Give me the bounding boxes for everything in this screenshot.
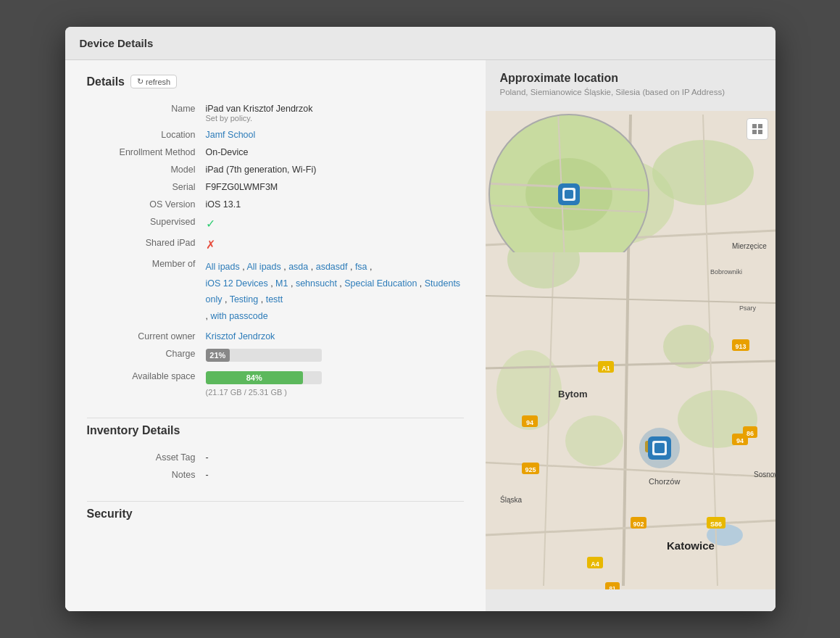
supervised-check-icon: ✓: [206, 218, 215, 230]
asset-tag-label: Asset Tag: [87, 449, 203, 466]
inventory-section: Inventory Details Asset Tag - Notes -: [87, 418, 464, 484]
os-label: OS Version: [87, 196, 203, 213]
serial-row: Serial F9FZG0LWMF3M: [87, 178, 464, 196]
inventory-title-text: Inventory Details: [87, 424, 180, 437]
svg-text:Bytom: Bytom: [558, 389, 587, 399]
svg-text:86: 86: [746, 430, 753, 437]
details-table: Name iPad van Krisztof Jendrzok Set by p…: [87, 100, 464, 400]
charge-value: 21%: [203, 345, 464, 368]
name-label: Name: [87, 100, 203, 126]
member-link-asdasdf[interactable]: asdasdf: [316, 262, 348, 272]
svg-rect-68: [758, 130, 762, 134]
name-text: iPad van Krisztof Jendrzok: [206, 104, 461, 114]
svg-point-5: [565, 415, 623, 466]
shared-label: Shared iPad: [87, 234, 203, 255]
svg-text:Katowice: Katowice: [667, 539, 715, 552]
space-row: Available space 84% (21.17 GB / 25.31 GB…: [87, 368, 464, 400]
map-title: Approximate location: [500, 72, 761, 85]
name-row: Name iPad van Krisztof Jendrzok Set by p…: [87, 100, 464, 126]
location-row: Location Jamf School: [87, 126, 464, 144]
supervised-label: Supervised: [87, 213, 203, 234]
member-link-passcode[interactable]: with passcode: [210, 311, 267, 321]
charge-row: Charge 21%: [87, 345, 464, 368]
svg-rect-62: [565, 190, 573, 199]
details-title-text: Details: [87, 75, 125, 88]
svg-rect-67: [752, 130, 757, 134]
owner-value: Krisztof Jendrzok: [203, 328, 464, 345]
serial-label: Serial: [87, 178, 203, 196]
svg-rect-65: [752, 124, 757, 128]
left-panel: Details ↻ refresh Name iPad van Krisztof…: [65, 60, 486, 611]
member-link-special-education[interactable]: Special Education: [344, 278, 417, 289]
svg-text:Chorzów: Chorzów: [649, 477, 680, 486]
member-link-allipad2[interactable]: All ipads: [246, 262, 280, 272]
divider-2: [87, 501, 464, 502]
member-link-testing[interactable]: Testing: [230, 294, 259, 304]
member-link-testt[interactable]: testt: [266, 294, 283, 304]
svg-text:913: 913: [735, 343, 746, 350]
svg-text:94: 94: [736, 437, 743, 444]
svg-rect-52: [654, 443, 665, 453]
charge-pct-label: 21%: [209, 351, 225, 360]
asset-tag-row: Asset Tag -: [87, 449, 464, 466]
shared-row: Shared iPad ✗: [87, 234, 464, 255]
svg-text:Psary: Psary: [739, 304, 757, 312]
security-section-header: Security: [87, 508, 464, 521]
member-link-fsa[interactable]: fsa: [355, 262, 367, 272]
map-container[interactable]: A1 A1 913 94 79 94 925 902 A4: [486, 111, 775, 589]
security-title-text: Security: [87, 508, 133, 521]
right-panel: Approximate location Poland, Siemianowic…: [486, 60, 775, 611]
shared-value: ✗: [203, 234, 464, 255]
map-layers-icon: [752, 123, 763, 135]
notes-label: Notes: [87, 466, 203, 484]
serial-value: F9FZG0LWMF3M: [203, 178, 464, 196]
model-label: Model: [87, 161, 203, 178]
space-value: 84% (21.17 GB / 25.31 GB ): [203, 368, 464, 400]
svg-text:A1: A1: [602, 365, 610, 372]
member-link-asda[interactable]: asda: [288, 262, 308, 272]
member-list: All ipads , All ipads , asda , asdasdf ,…: [206, 259, 461, 324]
supervised-row: Supervised ✓: [87, 213, 464, 234]
inventory-section-header: Inventory Details: [87, 424, 464, 437]
member-label: Member of: [87, 255, 203, 328]
member-link-ios12[interactable]: iOS 12 Devices: [206, 278, 268, 289]
member-links: All ipads , All ipads , asda , asdasdf ,…: [203, 255, 464, 328]
owner-label: Current owner: [87, 328, 203, 345]
svg-text:94: 94: [525, 419, 533, 426]
window-body: Details ↻ refresh Name iPad van Krisztof…: [65, 60, 775, 611]
map-layers-button[interactable]: [747, 118, 768, 140]
member-link-m1[interactable]: M1: [275, 278, 288, 289]
space-label: Available space: [87, 368, 203, 400]
refresh-button[interactable]: ↻ refresh: [130, 75, 177, 88]
svg-text:925: 925: [525, 466, 536, 473]
device-pin-large: [639, 428, 680, 468]
device-details-window: Device Details Details ↻ refresh Name iP…: [65, 27, 775, 611]
refresh-icon: ↻: [137, 77, 144, 86]
svg-text:Śląska: Śląska: [500, 495, 522, 504]
space-detail-text: (21.17 GB / 25.31 GB ): [206, 388, 461, 397]
model-value: iPad (7th generation, Wi-Fi): [203, 161, 464, 178]
location-label: Location: [87, 126, 203, 144]
svg-text:S86: S86: [710, 521, 721, 528]
location-value: Jamf School: [203, 126, 464, 144]
notes-value: -: [203, 466, 464, 484]
svg-text:Bobrowniki: Bobrowniki: [710, 268, 742, 276]
location-link[interactable]: Jamf School: [206, 130, 256, 140]
details-section-header: Details ↻ refresh: [87, 75, 464, 88]
map-subtitle: Poland, Siemianowice Śląskie, Silesia (b…: [500, 88, 761, 96]
charge-progress-container: 21%: [206, 349, 322, 362]
space-progress-container: 84%: [206, 371, 322, 384]
map-thumbnail-svg: Informacje prawne: [486, 111, 652, 252]
charge-label: Charge: [87, 345, 203, 368]
map-section: Approximate location Poland, Siemianowic…: [486, 60, 775, 111]
inventory-table: Asset Tag - Notes -: [87, 449, 464, 484]
window-title: Device Details: [65, 27, 775, 60]
refresh-label: refresh: [146, 78, 170, 86]
owner-link[interactable]: Krisztof Jendrzok: [206, 331, 275, 341]
notes-row: Notes -: [87, 466, 464, 484]
security-section: Security: [87, 501, 464, 521]
member-link-sehnsucht[interactable]: sehnsucht: [296, 278, 337, 289]
member-link-allipad1[interactable]: All ipads: [206, 262, 240, 272]
svg-text:81: 81: [609, 585, 615, 589]
os-row: OS Version iOS 13.1: [87, 196, 464, 213]
